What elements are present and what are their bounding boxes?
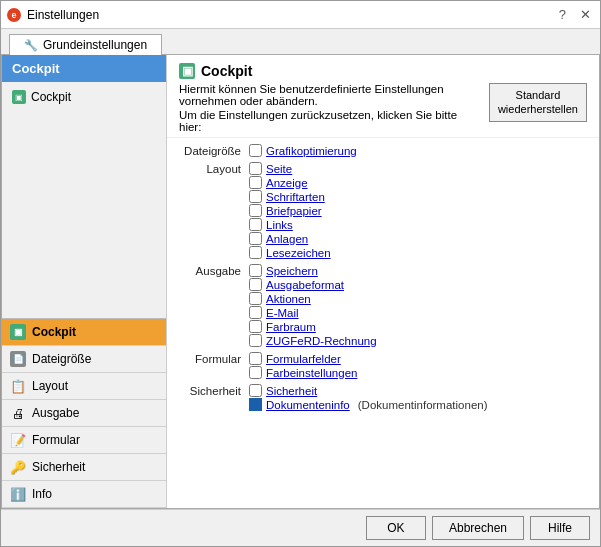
link-speichern[interactable]: Speichern	[266, 265, 318, 277]
link-seite[interactable]: Seite	[266, 163, 292, 175]
check-speichern[interactable]	[249, 264, 262, 277]
tab-icon: 🔧	[24, 39, 38, 52]
link-links[interactable]: Links	[266, 219, 293, 231]
sidebar-nav-layout-label: Layout	[32, 379, 68, 393]
link-zugferd[interactable]: ZUGFeRD-Rechnung	[266, 335, 377, 347]
group-formular-label: Formular	[179, 352, 249, 365]
item-briefpapier: Briefpapier	[249, 204, 587, 217]
check-grafikoptimierung[interactable]	[249, 144, 262, 157]
tab-grundeinstellungen[interactable]: 🔧 Grundeinstellungen	[9, 34, 162, 55]
link-dokumenteninfo[interactable]: Dokumenteninfo	[266, 399, 350, 411]
sidebar-nav-formular[interactable]: 📝 Formular	[2, 427, 166, 454]
check-lesezeichen[interactable]	[249, 246, 262, 259]
link-anlagen[interactable]: Anlagen	[266, 233, 308, 245]
sidebar-nav-ausgabe[interactable]: 🖨 Ausgabe	[2, 400, 166, 427]
item-farbraum: Farbraum	[249, 320, 587, 333]
close-button[interactable]: ✕	[577, 7, 594, 22]
link-formularfelder[interactable]: Formularfelder	[266, 353, 341, 365]
group-sicherheit-items: Sicherheit Dokumenteninfo (Dokumentinfor…	[249, 384, 587, 412]
check-links[interactable]	[249, 218, 262, 231]
cockpit-tree-icon: ▣	[12, 90, 26, 104]
sidebar-nav-dateigrose-label: Dateigröße	[32, 352, 91, 366]
item-schriftarten: Schriftarten	[249, 190, 587, 203]
check-email[interactable]	[249, 306, 262, 319]
help-button[interactable]: ?	[556, 7, 569, 22]
standard-wiederherstellen-button[interactable]: Standard wiederherstellen	[489, 83, 587, 122]
item-formularfelder: Formularfelder	[249, 352, 587, 365]
info-nav-icon: ℹ️	[10, 486, 26, 502]
sidebar-tree-item-cockpit[interactable]: ▣ Cockpit	[2, 88, 166, 106]
item-farbeinstellungen: Farbeinstellungen	[249, 366, 587, 379]
item-links: Links	[249, 218, 587, 231]
check-seite[interactable]	[249, 162, 262, 175]
item-grafikoptimierung: Grafikoptimierung	[249, 144, 587, 157]
formular-nav-icon: 📝	[10, 432, 26, 448]
check-ausgabeformat[interactable]	[249, 278, 262, 291]
group-dateigrose-label: Dateigröße	[179, 144, 249, 157]
title-bar-left: e Einstellungen	[7, 8, 99, 22]
main-title: ▣ Cockpit	[179, 63, 587, 79]
item-anlagen: Anlagen	[249, 232, 587, 245]
link-ausgabeformat[interactable]: Ausgabeformat	[266, 279, 344, 291]
check-anlagen[interactable]	[249, 232, 262, 245]
main-content: Dateigröße Grafikoptimierung Layout	[167, 138, 599, 508]
link-farbraum[interactable]: Farbraum	[266, 321, 316, 333]
check-anzeige[interactable]	[249, 176, 262, 189]
hilfe-button[interactable]: Hilfe	[530, 516, 590, 540]
link-briefpapier[interactable]: Briefpapier	[266, 205, 322, 217]
link-grafikoptimierung[interactable]: Grafikoptimierung	[266, 145, 357, 157]
sidebar-nav-cockpit[interactable]: ▣ Cockpit	[2, 319, 166, 346]
footer: OK Abbrechen Hilfe	[1, 509, 600, 546]
title-bar: e Einstellungen ? ✕	[1, 1, 600, 29]
check-schriftarten[interactable]	[249, 190, 262, 203]
item-email: E-Mail	[249, 306, 587, 319]
sidebar: Cockpit ▣ Cockpit ▣ Cockpit 📄 Dateigröße…	[2, 55, 167, 508]
tabs-bar: 🔧 Grundeinstellungen	[1, 29, 600, 54]
main-description: Hiermit können Sie benutzerdefinierte Ei…	[179, 83, 481, 133]
cockpit-tree-label: Cockpit	[31, 90, 71, 104]
sidebar-nav-ausgabe-label: Ausgabe	[32, 406, 79, 420]
blue-square-dokumenteninfo	[249, 398, 262, 411]
abbrechen-button[interactable]: Abbrechen	[432, 516, 524, 540]
check-farbeinstellungen[interactable]	[249, 366, 262, 379]
sidebar-nav-cockpit-label: Cockpit	[32, 325, 76, 339]
sidebar-nav-layout[interactable]: 📋 Layout	[2, 373, 166, 400]
title-bar-controls: ? ✕	[556, 7, 594, 22]
item-ausgabeformat: Ausgabeformat	[249, 278, 587, 291]
sidebar-nav-info[interactable]: ℹ️ Info	[2, 481, 166, 508]
group-ausgabe: Ausgabe Speichern Ausgabeformat Aktio	[179, 264, 587, 348]
check-farbraum[interactable]	[249, 320, 262, 333]
group-layout-items: Seite Anzeige Schriftarten Briefpap	[249, 162, 587, 260]
main-header: ▣ Cockpit Hiermit können Sie benutzerdef…	[167, 55, 599, 138]
link-aktionen[interactable]: Aktionen	[266, 293, 311, 305]
item-seite: Seite	[249, 162, 587, 175]
link-sicherheit[interactable]: Sicherheit	[266, 385, 317, 397]
sidebar-nav-info-label: Info	[32, 487, 52, 501]
description-row: Hiermit können Sie benutzerdefinierte Ei…	[179, 83, 587, 133]
check-aktionen[interactable]	[249, 292, 262, 305]
link-schriftarten[interactable]: Schriftarten	[266, 191, 325, 203]
link-email[interactable]: E-Mail	[266, 307, 299, 319]
link-lesezeichen[interactable]: Lesezeichen	[266, 247, 331, 259]
sidebar-tree: ▣ Cockpit	[2, 82, 166, 318]
ausgabe-nav-icon: 🖨	[10, 405, 26, 421]
link-anzeige[interactable]: Anzeige	[266, 177, 308, 189]
group-ausgabe-label: Ausgabe	[179, 264, 249, 277]
main-title-icon: ▣	[179, 63, 195, 79]
desc-line1: Hiermit können Sie benutzerdefinierte Ei…	[179, 83, 481, 107]
window: e Einstellungen ? ✕ 🔧 Grundeinstellungen…	[0, 0, 601, 547]
desc-line2: Um die Einstellungen zurückzusetzen, kli…	[179, 109, 481, 133]
link-farbeinstellungen[interactable]: Farbeinstellungen	[266, 367, 357, 379]
group-ausgabe-items: Speichern Ausgabeformat Aktionen E-	[249, 264, 587, 348]
ok-button[interactable]: OK	[366, 516, 426, 540]
check-formularfelder[interactable]	[249, 352, 262, 365]
cockpit-nav-icon: ▣	[10, 324, 26, 340]
sidebar-nav-formular-label: Formular	[32, 433, 80, 447]
group-formular: Formular Formularfelder Farbeinstellunge…	[179, 352, 587, 380]
check-sicherheit[interactable]	[249, 384, 262, 397]
check-briefpapier[interactable]	[249, 204, 262, 217]
check-zugferd[interactable]	[249, 334, 262, 347]
main-title-text: Cockpit	[201, 63, 252, 79]
sidebar-nav-dateigrose[interactable]: 📄 Dateigröße	[2, 346, 166, 373]
sidebar-nav-sicherheit[interactable]: 🔑 Sicherheit	[2, 454, 166, 481]
